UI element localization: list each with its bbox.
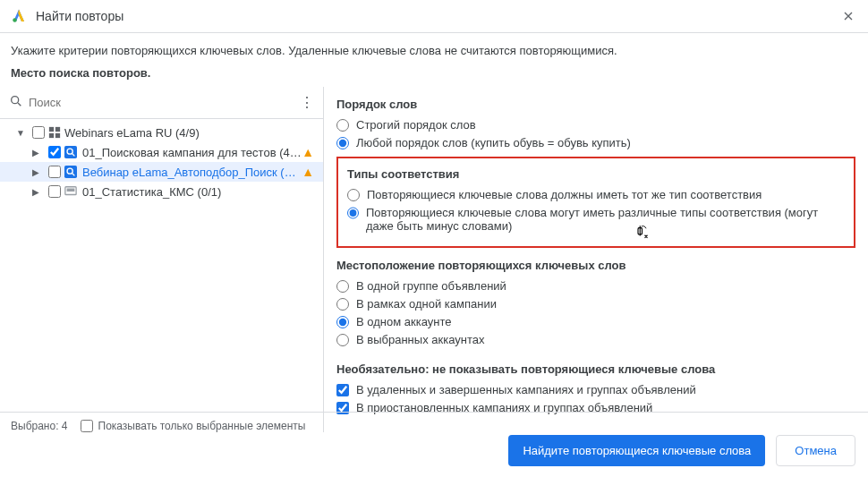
left-panel: ⋮ ▼ Webinars eLama RU (4/9) ▶ 01_Поисков… bbox=[0, 87, 324, 432]
search-icon bbox=[7, 94, 25, 111]
tree-root-checkbox[interactable] bbox=[32, 126, 45, 139]
radio-match-any[interactable]: Повторяющиеся ключевые слова могут иметь… bbox=[347, 206, 845, 233]
chevron-right-icon[interactable]: ▶ bbox=[32, 167, 45, 177]
radio-order-any[interactable]: Любой порядок слов (купить обувь = обувь… bbox=[336, 136, 855, 149]
svg-rect-2 bbox=[49, 127, 54, 132]
tree-item[interactable]: ▶ 01_Статистика_КМС (0/1) bbox=[0, 182, 323, 201]
radio-loc-account[interactable]: В одном аккаунте bbox=[336, 315, 855, 328]
group-header-location: Местоположение повторяющихся ключевых сл… bbox=[336, 259, 855, 272]
radio-loc-selected[interactable]: В выбранных аккаунтах bbox=[336, 333, 855, 346]
dialog-footer: Выбрано: 4 Показывать только выбранные э… bbox=[0, 412, 868, 477]
dialog-header: Найти повторы bbox=[0, 0, 868, 33]
options-panel: Порядок слов Строгий порядок слов Любой … bbox=[324, 87, 868, 432]
group-header-order: Порядок слов bbox=[336, 98, 855, 111]
svg-rect-6 bbox=[64, 146, 77, 158]
app-logo-icon bbox=[11, 8, 27, 24]
tree-item-label: 01_Статистика_КМС (0/1) bbox=[82, 185, 318, 199]
check-hide-removed[interactable]: В удаленных и завершенных кампаниях и гр… bbox=[336, 383, 855, 396]
svg-rect-3 bbox=[55, 127, 60, 132]
search-section-label: Место поиска повторов. bbox=[0, 57, 868, 87]
tree-item-checkbox[interactable] bbox=[48, 185, 61, 198]
close-button[interactable] bbox=[839, 7, 857, 25]
campaign-tree: ▼ Webinars eLama RU (4/9) ▶ 01_Поисковая… bbox=[0, 119, 323, 205]
warning-icon: ▲ bbox=[302, 145, 314, 159]
chevron-right-icon[interactable]: ▶ bbox=[32, 148, 45, 158]
tree-item[interactable]: ▶ Вебинар eLama_Автоподбор_Поиск (0/4) ▲ bbox=[0, 162, 323, 182]
radio-match-same[interactable]: Повторяющиеся ключевые слова должны имет… bbox=[347, 188, 845, 201]
dialog-title: Найти повторы bbox=[36, 9, 839, 23]
find-duplicates-button[interactable]: Найдите повторяющиеся ключевые слова bbox=[508, 435, 765, 466]
tree-root-label: Webinars eLama RU (4/9) bbox=[64, 126, 318, 140]
svg-rect-5 bbox=[55, 133, 60, 138]
svg-point-1 bbox=[12, 97, 19, 104]
cancel-button[interactable]: Отмена bbox=[776, 435, 855, 466]
svg-rect-4 bbox=[49, 133, 54, 138]
radio-loc-campaign[interactable]: В рамках одной кампании bbox=[336, 297, 855, 311]
tree-root-row[interactable]: ▼ Webinars eLama RU (4/9) bbox=[0, 123, 323, 142]
group-header-optional: Необязательно: не показывать повторяющие… bbox=[336, 362, 855, 376]
warning-icon: ▲ bbox=[302, 165, 314, 179]
dialog-description: Укажите критерии повторяющихся ключевых … bbox=[0, 33, 868, 57]
show-only-selected-label: Показывать только выбранные элементы bbox=[98, 420, 306, 432]
svg-rect-11 bbox=[67, 189, 75, 192]
search-bar: ⋮ bbox=[0, 87, 323, 119]
group-header-match: Типы соответствия bbox=[347, 167, 845, 181]
search-more-icon[interactable]: ⋮ bbox=[298, 94, 316, 111]
tree-item[interactable]: ▶ 01_Поисковая кампания для тестов (4/4)… bbox=[0, 142, 323, 162]
tree-item-label: Вебинар eLama_Автоподбор_Поиск (0/4) bbox=[82, 166, 302, 179]
radio-loc-adgroup[interactable]: В одной группе объявлений bbox=[336, 279, 855, 293]
tree-item-checkbox[interactable] bbox=[48, 166, 61, 178]
show-only-selected-checkbox[interactable] bbox=[81, 420, 93, 432]
chevron-down-icon[interactable]: ▼ bbox=[16, 128, 29, 138]
match-type-highlight: Типы соответствия Повторяющиеся ключевые… bbox=[336, 157, 855, 248]
tree-item-label: 01_Поисковая кампания для тестов (4/4) bbox=[82, 146, 302, 159]
radio-order-strict[interactable]: Строгий порядок слов bbox=[336, 118, 855, 132]
chevron-right-icon[interactable]: ▶ bbox=[32, 187, 45, 197]
svg-rect-8 bbox=[64, 166, 77, 178]
account-icon bbox=[48, 126, 61, 139]
tree-item-checkbox[interactable] bbox=[48, 146, 61, 158]
svg-point-0 bbox=[13, 18, 17, 22]
search-input[interactable] bbox=[25, 90, 298, 115]
campaign-display-icon bbox=[64, 185, 77, 198]
selected-count: Выбрано: 4 bbox=[11, 420, 68, 432]
campaign-search-icon bbox=[64, 146, 77, 158]
campaign-search-icon bbox=[64, 166, 77, 178]
